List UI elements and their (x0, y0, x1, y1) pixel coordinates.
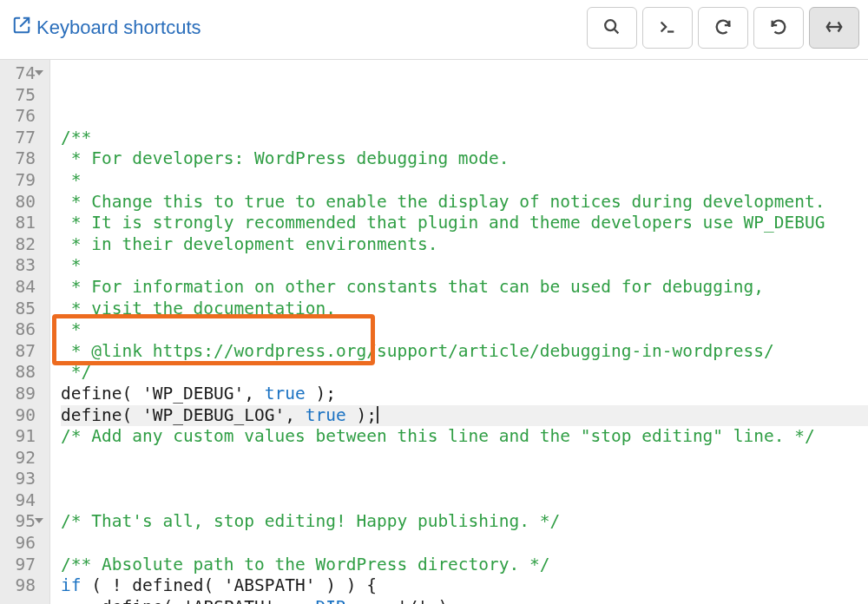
code-line[interactable]: /* Add any custom values between this li… (61, 426, 868, 448)
redo-button[interactable] (753, 7, 804, 49)
line-number: 89 (0, 384, 44, 405)
keyboard-shortcuts-link[interactable]: Keyboard shortcuts (12, 16, 201, 40)
line-number: 87 (0, 341, 44, 363)
terminal-button[interactable] (642, 7, 693, 49)
search-button[interactable] (587, 7, 637, 49)
code-line[interactable]: * (61, 319, 868, 341)
code-line[interactable] (61, 533, 868, 555)
text-cursor (377, 406, 378, 423)
wrap-button[interactable] (809, 7, 859, 49)
code-line[interactable]: * in their development environments. (61, 234, 868, 256)
code-line[interactable] (61, 490, 868, 512)
redo-icon (769, 17, 788, 39)
code-line[interactable]: define( 'ABSPATH', __DIR__ . '/' ); (61, 597, 868, 604)
code-line[interactable]: /** (61, 128, 868, 149)
code-line[interactable]: * It is strongly recommended that plugin… (61, 213, 868, 234)
line-number: 82 (0, 234, 44, 256)
code-line[interactable]: /** Absolute path to the WordPress direc… (61, 555, 868, 576)
line-number: 81 (0, 213, 44, 234)
code-line[interactable]: */ (61, 362, 868, 384)
search-icon (602, 17, 621, 39)
toolbar-button-group (587, 7, 859, 49)
code-line[interactable]: * (61, 255, 868, 277)
undo-button[interactable] (698, 7, 748, 49)
code-line[interactable]: if ( ! defined( 'ABSPATH' ) ) { (61, 575, 868, 597)
line-number: 92 (0, 448, 44, 469)
code-content[interactable]: /** * For developers: WordPress debuggin… (50, 60, 868, 604)
terminal-icon (658, 17, 677, 39)
code-editor[interactable]: 7475767778798081828384858687888990919293… (0, 60, 868, 604)
code-line[interactable]: define( 'WP_DEBUG_LOG', true ); (61, 405, 868, 427)
line-number: 90 (0, 405, 44, 427)
code-line[interactable] (61, 448, 868, 469)
line-number: 85 (0, 299, 44, 320)
line-number: 74 (0, 63, 44, 85)
line-number: 94 (0, 490, 44, 512)
line-number: 80 (0, 192, 44, 213)
line-number: 76 (0, 106, 44, 128)
line-number: 93 (0, 469, 44, 490)
line-number: 86 (0, 319, 44, 341)
keyboard-shortcuts-label: Keyboard shortcuts (36, 16, 201, 39)
line-number: 88 (0, 362, 44, 384)
editor-toolbar: Keyboard shortcuts (0, 0, 868, 60)
line-number: 79 (0, 170, 44, 192)
line-number: 97 (0, 555, 44, 576)
line-number: 75 (0, 85, 44, 107)
svg-point-0 (605, 20, 615, 30)
line-number: 91 (0, 426, 44, 448)
external-link-icon (12, 16, 31, 40)
line-number: 83 (0, 255, 44, 277)
code-line[interactable] (61, 469, 868, 490)
code-line[interactable]: * For developers: WordPress debugging mo… (61, 148, 868, 170)
code-line[interactable]: * For information on other constants tha… (61, 277, 868, 299)
line-number-gutter: 7475767778798081828384858687888990919293… (0, 60, 50, 604)
line-number: 77 (0, 128, 44, 149)
line-number: 84 (0, 277, 44, 299)
code-line[interactable]: * Change this to true to enable the disp… (61, 192, 868, 213)
code-line[interactable]: define( 'WP_DEBUG', true ); (61, 384, 868, 405)
code-line[interactable]: * visit the documentation. (61, 299, 868, 320)
undo-icon (713, 17, 733, 39)
line-number: 78 (0, 148, 44, 170)
code-line[interactable]: * @link https://wordpress.org/support/ar… (61, 341, 868, 363)
line-number: 98 (0, 575, 44, 597)
code-line[interactable]: /* That's all, stop editing! Happy publi… (61, 511, 868, 533)
line-number: 96 (0, 533, 44, 555)
wrap-icon (825, 17, 844, 39)
code-line[interactable]: * (61, 170, 868, 192)
line-number: 95 (0, 511, 44, 533)
